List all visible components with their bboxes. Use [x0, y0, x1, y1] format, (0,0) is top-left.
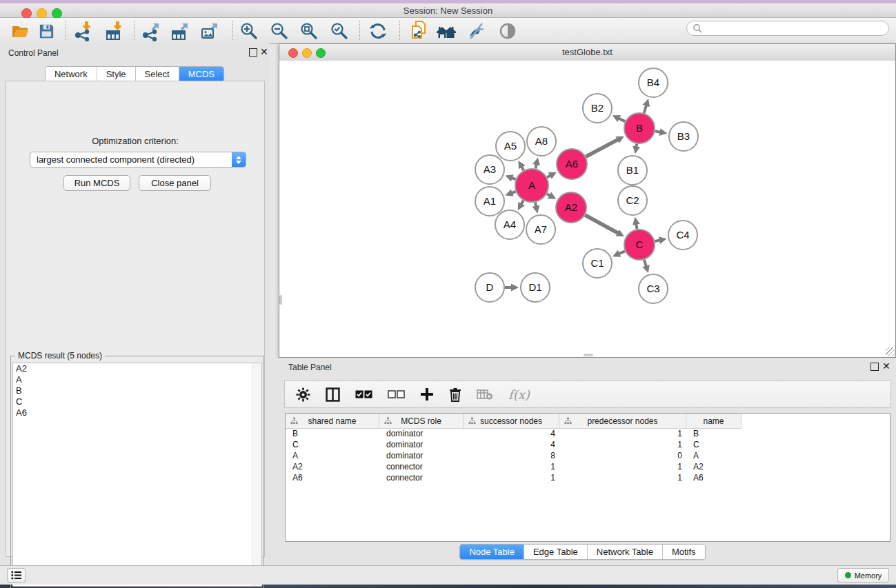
float-panel-icon[interactable] [249, 48, 257, 57]
mcds-result-item[interactable]: C [13, 396, 261, 407]
unselect-all-columns-icon[interactable] [388, 389, 405, 399]
table-cell: 1 [464, 472, 559, 483]
edge-arrowhead [633, 217, 640, 225]
import-table-icon[interactable] [103, 20, 126, 42]
open-session-icon[interactable] [8, 20, 32, 42]
search-field[interactable] [686, 21, 889, 36]
graph-node-label: B3 [677, 130, 690, 142]
zoom-fit-icon[interactable] [297, 20, 321, 42]
graph-node-label: B [636, 122, 643, 134]
mcds-result-item[interactable]: A6 [13, 407, 261, 418]
zoom-selected-icon[interactable] [328, 20, 351, 42]
show-column-panel-icon[interactable] [326, 387, 340, 402]
mcds-result-item[interactable]: A2 [13, 363, 261, 374]
add-column-plus-icon[interactable] [420, 387, 434, 401]
graph-edge-A6-B[interactable] [586, 139, 619, 156]
delete-columns-trash-icon[interactable] [449, 387, 461, 402]
canvas-hscroll-thumb[interactable] [584, 354, 593, 356]
graph-edge-A2-C[interactable] [585, 215, 619, 234]
column-header-name[interactable]: name [686, 414, 741, 428]
table-cell: 1 [464, 461, 559, 472]
close-panel-button[interactable]: Close panel [139, 175, 211, 191]
table-close-icon[interactable]: ✕ [882, 361, 890, 372]
criterion-select[interactable]: largest connected component (directed) [30, 152, 246, 168]
graph-node-label: A4 [504, 219, 516, 230]
new-network-from-selection-icon[interactable] [407, 20, 430, 42]
run-mcds-button[interactable]: Run MCDS [63, 175, 130, 191]
graph-node-label: A3 [484, 163, 496, 175]
canvas-vscroll-thumb[interactable] [279, 295, 282, 305]
list-icon [11, 571, 21, 580]
search-input[interactable] [705, 23, 888, 34]
export-image-icon[interactable] [198, 20, 221, 42]
table-tab-network-table[interactable]: Network Table [588, 545, 663, 559]
column-header-predecessor-nodes[interactable]: predecessor nodes [559, 414, 686, 428]
table-cell: A6 [286, 472, 379, 483]
delete-table-icon [477, 389, 493, 400]
table-tab-motifs[interactable]: Motifs [663, 545, 705, 559]
app-title: Session: New Session [0, 6, 896, 16]
network-canvas[interactable]: B4B2BB3A8A5A6A3B1AA1C2A2A4A7C4CC1DD1C3 [279, 61, 895, 357]
table-toolbar: f(x) [284, 381, 891, 408]
column-header-successor-nodes[interactable]: successor nodes [464, 414, 559, 428]
network-window-title: testGlobe.txt [279, 47, 895, 57]
first-neighbors-icon[interactable] [435, 20, 458, 42]
automation-panel-button[interactable] [7, 568, 26, 582]
network-window-titlebar[interactable]: testGlobe.txt [279, 44, 895, 61]
column-header-shared-name[interactable]: shared name [286, 414, 379, 428]
save-session-icon[interactable] [34, 20, 58, 42]
column-header-MCDS-role[interactable]: MCDS role [379, 414, 464, 428]
list-scrollbar[interactable] [252, 363, 261, 586]
memory-status-icon [845, 572, 851, 578]
select-all-columns-icon[interactable] [355, 389, 372, 399]
table-cell: A [686, 450, 741, 461]
table-cell: A2 [286, 461, 379, 472]
table-row[interactable]: Cdominator41C [286, 439, 890, 450]
graph-node-label: C [636, 239, 644, 250]
table-row[interactable]: Adominator80A [286, 450, 890, 461]
tab-select[interactable]: Select [136, 67, 179, 81]
table-tabs: Node TableEdge TableNetwork TableMotifs [269, 544, 896, 560]
table-cell: dominator [379, 450, 464, 461]
toolbar-separator [232, 21, 233, 40]
refresh-icon[interactable] [366, 20, 390, 42]
table-settings-gear-icon[interactable] [296, 387, 310, 402]
export-network-icon[interactable] [139, 20, 163, 42]
tab-network[interactable]: Network [46, 67, 97, 81]
graph-node-label: D1 [528, 281, 541, 293]
window-resize-grip[interactable] [886, 347, 895, 356]
control-panel-header: Control Panel ✕ [0, 43, 269, 62]
graph-node-label: A8 [535, 135, 548, 147]
table-float-icon[interactable] [870, 363, 879, 371]
control-panel-tabs: NetworkStyleSelectMCDS [0, 66, 269, 82]
memory-button[interactable]: Memory [837, 568, 889, 582]
hide-selected-icon[interactable] [464, 20, 488, 42]
table-cell: dominator [379, 439, 464, 450]
toolbar-separator [134, 21, 135, 40]
show-all-eye-icon[interactable] [496, 20, 519, 42]
table-cell: C [286, 439, 379, 450]
table-cell: A2 [686, 461, 741, 472]
mcds-result-group: MCDS result (5 nodes) A2ABCA6 [10, 356, 264, 588]
graph-node-label: A6 [566, 158, 578, 170]
mcds-result-item[interactable]: B [13, 385, 261, 396]
tab-mcds[interactable]: MCDS [179, 67, 223, 81]
graph-node-label: B4 [647, 77, 659, 88]
control-panel-title: Control Panel [8, 48, 59, 58]
zoom-in-icon[interactable] [237, 20, 261, 42]
tab-style[interactable]: Style [97, 67, 136, 81]
table-tab-node-table[interactable]: Node Table [460, 545, 524, 559]
table-cell: B [286, 428, 379, 439]
table-row[interactable]: A6connector11A6 [286, 472, 890, 483]
table-row[interactable]: A2connector11A2 [286, 461, 890, 472]
import-network-icon[interactable] [72, 20, 95, 42]
table-tab-edge-table[interactable]: Edge Table [524, 545, 588, 559]
close-panel-icon[interactable]: ✕ [260, 46, 268, 57]
export-table-icon[interactable] [168, 20, 192, 42]
edge-arrowhead [633, 146, 640, 154]
table-header-row: shared nameMCDS rolesuccessor nodesprede… [286, 414, 741, 429]
table-cell: connector [379, 472, 464, 483]
zoom-out-icon[interactable] [268, 20, 291, 42]
mcds-result-item[interactable]: A [13, 374, 261, 385]
table-row[interactable]: Bdominator41B [286, 428, 890, 439]
